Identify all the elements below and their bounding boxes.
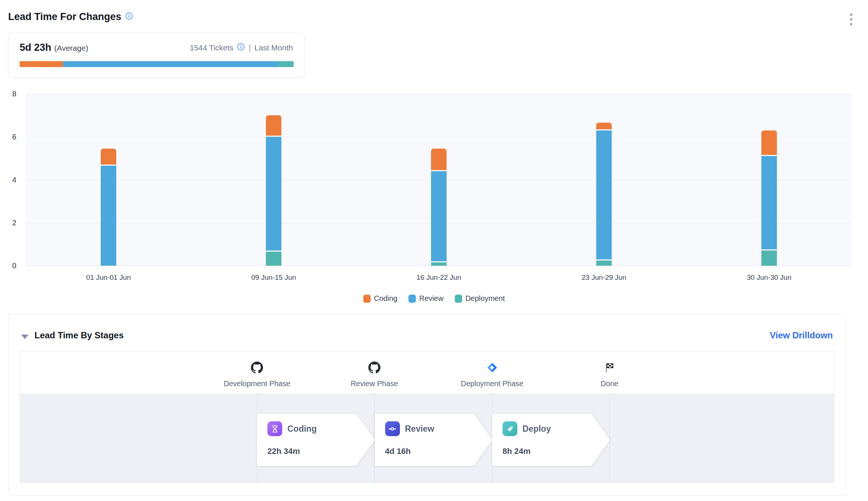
phase-label: Done bbox=[554, 379, 665, 388]
jira-icon bbox=[437, 360, 548, 375]
hourglass-icon bbox=[267, 421, 282, 436]
phase-column-deployment-phase: Deployment Phase bbox=[437, 360, 548, 388]
legend-swatch-coding bbox=[363, 295, 371, 303]
summary-bar-segment-review bbox=[63, 61, 278, 67]
summary-divider: | bbox=[248, 43, 251, 53]
bar-segment-deployment-2[interactable] bbox=[266, 252, 281, 266]
x-tick-label: 16 Jun-22 Jun bbox=[391, 273, 487, 282]
x-tick-label: 23 Jun-29 Jun bbox=[556, 273, 652, 282]
stage-duration: 8h 24m bbox=[503, 447, 531, 456]
stage-card-deploy[interactable]: Deploy8h 24m bbox=[492, 414, 610, 466]
stages-title: Lead Time By Stages bbox=[34, 330, 124, 341]
bar-segment-deployment-4[interactable] bbox=[596, 261, 612, 266]
bar-5 bbox=[761, 94, 777, 266]
phase-column-review-phase: Review Phase bbox=[319, 360, 430, 388]
bar-segment-coding-3[interactable] bbox=[431, 149, 447, 170]
y-tick-label: 0 bbox=[12, 262, 16, 270]
summary-period: Last Month bbox=[254, 43, 293, 52]
bar-3 bbox=[431, 94, 447, 266]
phase-label: Review Phase bbox=[319, 379, 430, 388]
stage-name: Deploy bbox=[523, 424, 551, 434]
info-icon[interactable] bbox=[125, 12, 133, 21]
widget-header: Lead Time For Changes bbox=[8, 11, 133, 23]
y-tick-label: 6 bbox=[12, 133, 16, 141]
bar-segment-coding-5[interactable] bbox=[761, 130, 777, 155]
phase-header-row: Development PhaseReview PhaseDeployment … bbox=[20, 351, 834, 394]
bar-segment-coding-2[interactable] bbox=[266, 115, 281, 136]
phase-label: Development Phase bbox=[201, 379, 313, 388]
stages-body: Coding22h 34mReview4d 16hDeploy8h 24m bbox=[20, 394, 834, 482]
commit-icon bbox=[385, 421, 400, 436]
stage-card-review[interactable]: Review4d 16h bbox=[375, 414, 493, 466]
legend-swatch-deployment bbox=[455, 295, 462, 303]
bar-segment-review-5[interactable] bbox=[761, 156, 777, 249]
stage-name: Review bbox=[405, 424, 434, 434]
bar-4 bbox=[596, 94, 612, 266]
summary-bar-segment-deployment bbox=[278, 61, 294, 67]
summary-card: 5d 23h(Average) 1544 Tickets | Last Mont… bbox=[8, 33, 304, 78]
x-tick-label: 01 Jun-01 Jun bbox=[60, 273, 157, 282]
y-tick-label: 8 bbox=[12, 90, 16, 98]
chart-y-axis: 02468 bbox=[0, 94, 19, 266]
legend-item-coding[interactable]: Coding bbox=[363, 294, 397, 303]
bar-segment-deployment-3[interactable] bbox=[431, 262, 447, 266]
y-tick-label: 2 bbox=[12, 219, 16, 227]
flag-icon bbox=[554, 360, 665, 375]
summary-average: 5d 23h(Average) bbox=[20, 42, 88, 53]
phase-column-done: Done bbox=[554, 360, 665, 388]
bar-segment-review-3[interactable] bbox=[431, 171, 447, 262]
lead-time-widget: Lead Time For Changes 5d 23h(Average) 15… bbox=[0, 0, 868, 501]
summary-bar-segment-coding bbox=[20, 61, 63, 67]
lead-time-chart bbox=[26, 94, 852, 266]
kebab-menu-icon[interactable] bbox=[850, 13, 852, 26]
y-tick-label: 4 bbox=[12, 176, 16, 184]
x-tick-label: 30 Jun-30 Jun bbox=[721, 273, 817, 282]
stage-card-wrap-coding: Coding22h 34m bbox=[257, 414, 375, 466]
legend-label: Coding bbox=[374, 294, 397, 303]
bar-2 bbox=[266, 94, 281, 266]
stage-card-coding[interactable]: Coding22h 34m bbox=[257, 414, 375, 466]
github-icon bbox=[201, 360, 313, 375]
bar-segment-review-2[interactable] bbox=[266, 137, 281, 250]
legend-label: Deployment bbox=[465, 294, 505, 303]
legend-label: Review bbox=[419, 294, 444, 303]
summary-suffix: (Average) bbox=[54, 44, 89, 52]
collapse-caret-icon[interactable] bbox=[21, 335, 29, 339]
bar-1 bbox=[101, 94, 116, 266]
tickets-info-icon[interactable] bbox=[237, 43, 245, 53]
chart-legend: CodingReviewDeployment bbox=[0, 294, 868, 303]
bar-segment-deployment-5[interactable] bbox=[761, 250, 777, 266]
phase-label: Deployment Phase bbox=[437, 379, 548, 388]
bar-segment-review-1[interactable] bbox=[101, 166, 116, 266]
bar-segment-review-4[interactable] bbox=[596, 130, 612, 259]
stage-duration: 4d 16h bbox=[385, 447, 411, 456]
view-drilldown-link[interactable]: View Drilldown bbox=[770, 330, 833, 341]
stage-card-wrap-review: Review4d 16h bbox=[375, 414, 493, 466]
stage-card-wrap-deploy: Deploy8h 24m bbox=[492, 414, 610, 466]
chart-x-axis: 01 Jun-01 Jun09 Jun-15 Jun16 Jun-22 Jun2… bbox=[26, 273, 852, 285]
phase-column-development-phase: Development Phase bbox=[201, 360, 313, 388]
legend-item-deployment[interactable]: Deployment bbox=[455, 294, 505, 303]
legend-swatch-review bbox=[408, 295, 416, 303]
summary-tickets: 1544 Tickets bbox=[190, 43, 233, 52]
legend-item-review[interactable]: Review bbox=[408, 294, 444, 303]
summary-progress-bar bbox=[20, 61, 294, 67]
summary-value: 5d 23h bbox=[20, 42, 51, 53]
stages-panel: Lead Time By Stages View Drilldown Devel… bbox=[8, 313, 846, 496]
stage-name: Coding bbox=[287, 424, 317, 434]
stages-table: Development PhaseReview PhaseDeployment … bbox=[20, 351, 834, 483]
github-icon bbox=[319, 360, 430, 375]
stage-duration: 22h 34m bbox=[267, 447, 300, 456]
page-title: Lead Time For Changes bbox=[8, 11, 121, 23]
bar-segment-coding-1[interactable] bbox=[101, 149, 116, 165]
bar-segment-coding-4[interactable] bbox=[596, 123, 612, 129]
rocket-icon bbox=[503, 421, 517, 436]
x-tick-label: 09 Jun-15 Jun bbox=[226, 273, 322, 282]
